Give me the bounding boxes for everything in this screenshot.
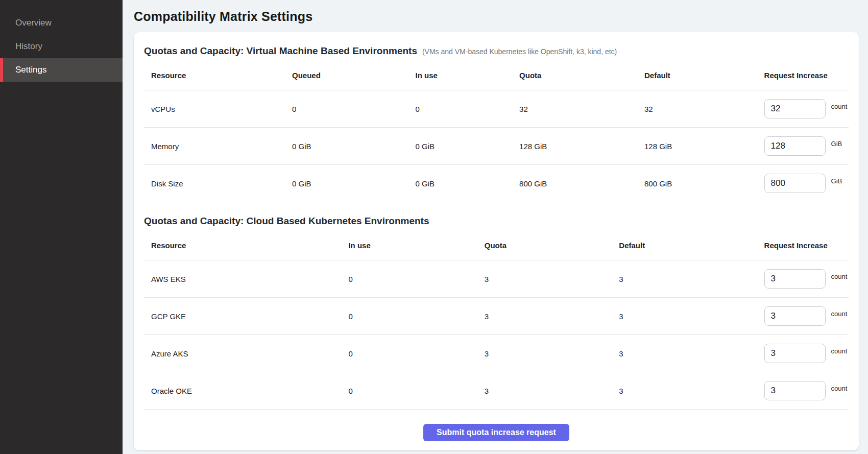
page-title: Compatibility Matrix Settings — [134, 9, 859, 24]
default-value: 128 GiB — [637, 128, 757, 165]
cloud-quota-table: Resource In use Quota Default Request In… — [144, 232, 849, 410]
sidebar-item-settings[interactable]: Settings — [0, 58, 123, 82]
resource-name: Azure AKS — [144, 335, 341, 372]
unit-label: GiB — [831, 177, 842, 185]
unit-label: GiB — [831, 140, 842, 148]
resource-name: vCPUs — [144, 90, 285, 128]
vm-section-title: Quotas and Capacity: Virtual Machine Bas… — [144, 45, 417, 57]
unit-label: count — [831, 385, 848, 392]
main-content: Compatibility Matrix Settings Quotas and… — [123, 0, 868, 454]
sidebar-item-overview[interactable]: Overview — [0, 11, 123, 35]
in-use-value: 0 — [341, 260, 477, 298]
column-header-request-increase: Request Increase — [757, 62, 849, 90]
cloud-section-heading: Quotas and Capacity: Cloud Based Kuberne… — [144, 216, 849, 227]
table-row-memory: Memory 0 GiB 0 GiB 128 GiB 128 GiB GiB — [144, 128, 849, 165]
oracle-oke-request-input[interactable] — [764, 381, 826, 400]
quota-value: 3 — [477, 372, 612, 410]
sidebar-item-label: History — [15, 41, 42, 52]
card-footer: Submit quota increase request — [144, 424, 849, 441]
default-value: 32 — [637, 90, 757, 128]
disk-size-request-input[interactable] — [764, 174, 826, 193]
azure-aks-request-input[interactable] — [764, 344, 826, 363]
column-header-in-use: In use — [341, 232, 477, 260]
sidebar-item-label: Overview — [15, 18, 52, 28]
submit-quota-increase-button[interactable]: Submit quota increase request — [423, 424, 569, 441]
queued-value: 0 — [285, 90, 408, 128]
quotas-card: Quotas and Capacity: Virtual Machine Bas… — [134, 32, 859, 450]
queued-value: 0 GiB — [285, 128, 408, 165]
memory-request-input[interactable] — [764, 136, 826, 156]
quota-value: 32 — [512, 90, 637, 128]
unit-label: count — [831, 347, 848, 355]
table-row-gcp-gke: GCP GKE 0 3 3 count — [144, 298, 849, 335]
table-row-disk-size: Disk Size 0 GiB 0 GiB 800 GiB 800 GiB Gi… — [144, 165, 849, 202]
quota-value: 800 GiB — [512, 165, 637, 202]
column-header-in-use: In use — [408, 62, 513, 90]
resource-name: Memory — [144, 128, 285, 165]
column-header-default: Default — [637, 62, 757, 90]
queued-value: 0 GiB — [285, 165, 408, 202]
unit-label: count — [831, 273, 848, 280]
in-use-value: 0 — [341, 298, 477, 335]
default-value: 3 — [612, 298, 757, 335]
quota-value: 3 — [477, 335, 612, 372]
column-header-quota: Quota — [477, 232, 612, 260]
column-header-queued: Queued — [285, 62, 408, 90]
unit-label: count — [831, 310, 848, 318]
in-use-value: 0 — [408, 90, 513, 128]
in-use-value: 0 — [341, 335, 477, 372]
vm-section-heading: Quotas and Capacity: Virtual Machine Bas… — [144, 45, 849, 57]
default-value: 3 — [612, 335, 757, 372]
resource-name: Oracle OKE — [144, 372, 341, 410]
default-value: 3 — [612, 372, 757, 410]
in-use-value: 0 GiB — [408, 165, 513, 202]
default-value: 3 — [612, 260, 757, 298]
vm-section-subtitle: (VMs and VM-based Kubernetes like OpenSh… — [422, 47, 617, 56]
quota-value: 3 — [477, 298, 612, 335]
unit-label: count — [831, 103, 848, 110]
resource-name: Disk Size — [144, 165, 285, 202]
column-header-request-increase: Request Increase — [757, 232, 849, 260]
default-value: 800 GiB — [637, 165, 757, 202]
table-row-aws-eks: AWS EKS 0 3 3 count — [144, 260, 849, 298]
table-row-azure-aks: Azure AKS 0 3 3 count — [144, 335, 849, 372]
in-use-value: 0 — [341, 372, 477, 410]
column-header-default: Default — [612, 232, 757, 260]
column-header-resource: Resource — [144, 232, 341, 260]
table-row-vcpus: vCPUs 0 0 32 32 count — [144, 90, 849, 128]
quota-value: 128 GiB — [512, 128, 637, 165]
column-header-quota: Quota — [512, 62, 637, 90]
cloud-table-header-row: Resource In use Quota Default Request In… — [144, 232, 849, 260]
sidebar-item-label: Settings — [15, 65, 46, 75]
resource-name: GCP GKE — [144, 298, 341, 335]
gcp-gke-request-input[interactable] — [764, 306, 826, 326]
vcpus-request-input[interactable] — [764, 99, 826, 118]
quota-value: 3 — [477, 260, 612, 298]
vm-quota-table: Resource Queued In use Quota Default Req… — [144, 62, 849, 202]
sidebar: Overview History Settings — [0, 0, 123, 454]
vm-table-header-row: Resource Queued In use Quota Default Req… — [144, 62, 849, 90]
aws-eks-request-input[interactable] — [764, 269, 826, 289]
in-use-value: 0 GiB — [408, 128, 513, 165]
table-row-oracle-oke: Oracle OKE 0 3 3 count — [144, 372, 849, 410]
sidebar-item-history[interactable]: History — [0, 35, 123, 58]
column-header-resource: Resource — [144, 62, 285, 90]
cloud-section-title: Quotas and Capacity: Cloud Based Kuberne… — [144, 216, 429, 227]
resource-name: AWS EKS — [144, 260, 341, 298]
